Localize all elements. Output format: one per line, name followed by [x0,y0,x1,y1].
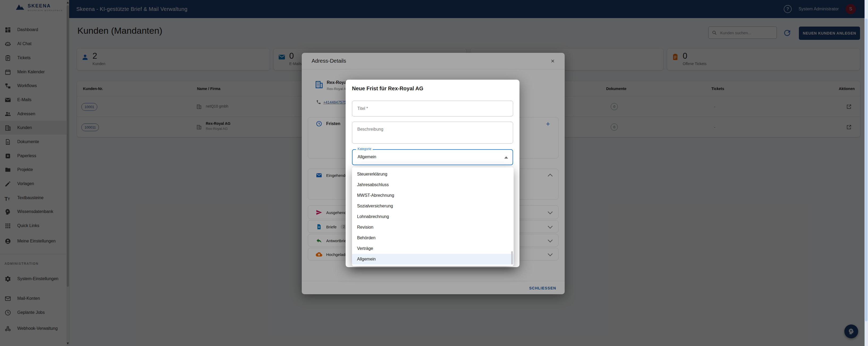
app-screen: Skeena - KI-gestützte Brief & Mail Verwa… [0,0,868,346]
beschreibung-field-label: Beschreibung [357,127,383,132]
dropdown-option-selected[interactable]: Allgemein [352,254,514,265]
kategorie-value: Allgemein [358,154,376,159]
dropdown-option[interactable]: MWST-Abrechnung [352,190,514,201]
titel-field-label: Titel * [357,106,368,111]
dropdown-option[interactable]: Lohnabrechnung [352,211,514,222]
dropdown-option[interactable]: Verträge [352,243,514,254]
page-scrollbar[interactable] [865,0,868,346]
kategorie-select[interactable]: Kategorie Allgemein [352,149,513,165]
page-scrollbar-thumb[interactable] [865,19,867,321]
titel-field[interactable]: Titel * [352,101,513,116]
beschreibung-field[interactable]: Beschreibung [352,122,513,144]
kategorie-floating-label: Kategorie [356,147,373,151]
dropdown-option[interactable]: Behörden [352,233,514,243]
kategorie-dropdown: Steuererklärung Jahresabschluss MWST-Abr… [352,167,514,266]
dropdown-option[interactable]: Sozialversicherung [352,201,514,211]
dialog-title: Neue Frist für Rex-Royal AG [352,85,423,92]
dropdown-option[interactable]: Revision [352,222,514,233]
dropdown-option[interactable]: Steuererklärung [352,169,514,179]
dropdown-option[interactable]: Jahresabschluss [352,179,514,190]
dropdown-scrollbar-thumb[interactable] [511,251,513,265]
collapse-arrow-icon[interactable] [504,157,508,159]
